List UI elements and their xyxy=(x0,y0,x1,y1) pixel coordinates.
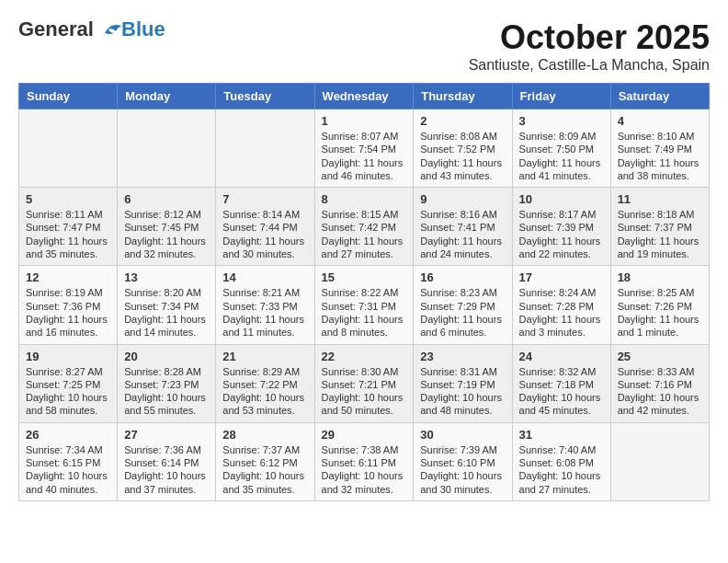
day-number: 18 xyxy=(618,270,702,284)
day-info: Sunrise: 8:17 AM xyxy=(519,208,604,221)
day-info: Daylight: 11 hours xyxy=(26,313,110,326)
day-number: 31 xyxy=(519,428,604,442)
day-info: Sunrise: 8:27 AM xyxy=(26,365,110,378)
day-info: and 43 minutes. xyxy=(420,169,505,182)
day-info: Daylight: 11 hours xyxy=(26,235,110,247)
calendar-week-5: 26Sunrise: 7:34 AMSunset: 6:15 PMDayligh… xyxy=(19,422,710,500)
day-number: 25 xyxy=(618,350,702,363)
day-info: Daylight: 11 hours xyxy=(322,156,407,169)
day-info: Daylight: 10 hours xyxy=(322,391,407,404)
day-number: 5 xyxy=(26,192,110,206)
day-info: Sunset: 7:19 PM xyxy=(420,378,505,391)
day-info: Daylight: 10 hours xyxy=(26,391,110,404)
day-info: Sunset: 7:18 PM xyxy=(519,378,604,391)
logo: General Blue xyxy=(18,18,165,40)
calendar-cell-5: 5Sunrise: 8:11 AMSunset: 7:47 PMDaylight… xyxy=(19,188,118,266)
day-info: Sunrise: 8:16 AM xyxy=(420,208,505,221)
day-number: 28 xyxy=(222,428,307,442)
calendar-header-wednesday: Wednesday xyxy=(314,84,414,109)
calendar-cell-15: 15Sunrise: 8:22 AMSunset: 7:31 PMDayligh… xyxy=(314,266,414,344)
day-info: Sunset: 7:42 PM xyxy=(322,221,407,234)
day-info: Sunset: 7:28 PM xyxy=(519,300,604,313)
calendar-cell-18: 18Sunrise: 8:25 AMSunset: 7:26 PMDayligh… xyxy=(610,266,709,344)
day-info: Daylight: 11 hours xyxy=(519,313,604,326)
calendar-cell-9: 9Sunrise: 8:16 AMSunset: 7:41 PMDaylight… xyxy=(414,188,512,266)
day-info: and 53 minutes. xyxy=(222,404,307,417)
calendar-cell-25: 25Sunrise: 8:33 AMSunset: 7:16 PMDayligh… xyxy=(610,344,709,422)
day-info: and 50 minutes. xyxy=(322,404,407,417)
day-info: Sunset: 7:23 PM xyxy=(124,378,209,391)
calendar-cell-8: 8Sunrise: 8:15 AMSunset: 7:42 PMDaylight… xyxy=(314,188,414,266)
day-info: Sunset: 7:26 PM xyxy=(618,300,702,313)
day-number: 14 xyxy=(222,270,307,284)
day-info: and 45 minutes. xyxy=(519,404,604,417)
day-info: Sunrise: 7:37 AM xyxy=(222,443,307,456)
day-number: 19 xyxy=(26,350,110,363)
day-info: Daylight: 11 hours xyxy=(124,235,209,247)
day-info: and 41 minutes. xyxy=(519,169,604,182)
calendar-table: SundayMondayTuesdayWednesdayThursdayFrid… xyxy=(18,83,710,501)
day-info: Daylight: 11 hours xyxy=(618,313,702,326)
day-number: 11 xyxy=(618,192,702,206)
day-info: Sunrise: 8:33 AM xyxy=(618,365,702,378)
location-subtitle: Santiuste, Castille-La Mancha, Spain xyxy=(469,57,710,74)
day-info: Sunset: 7:50 PM xyxy=(519,143,604,155)
day-info: and 38 minutes. xyxy=(618,169,702,182)
day-info: and 14 minutes. xyxy=(124,326,209,339)
day-info: Sunrise: 7:38 AM xyxy=(322,443,407,456)
day-info: and 55 minutes. xyxy=(124,404,209,417)
day-info: Daylight: 11 hours xyxy=(618,235,702,247)
calendar-week-2: 5Sunrise: 8:11 AMSunset: 7:47 PMDaylight… xyxy=(19,188,710,266)
day-info: and 11 minutes. xyxy=(222,326,307,339)
calendar-cell-27: 27Sunrise: 7:36 AMSunset: 6:14 PMDayligh… xyxy=(118,422,216,500)
day-info: Sunset: 6:11 PM xyxy=(322,456,407,469)
day-number: 13 xyxy=(124,270,209,284)
day-info: Sunrise: 7:39 AM xyxy=(420,443,505,456)
day-info: and 48 minutes. xyxy=(420,404,505,417)
calendar-header-tuesday: Tuesday xyxy=(216,84,314,109)
day-number: 22 xyxy=(322,350,407,363)
day-info: Sunrise: 7:36 AM xyxy=(124,443,209,456)
calendar-cell-10: 10Sunrise: 8:17 AMSunset: 7:39 PMDayligh… xyxy=(512,188,610,266)
day-info: Daylight: 11 hours xyxy=(519,235,604,247)
calendar-cell-24: 24Sunrise: 8:32 AMSunset: 7:18 PMDayligh… xyxy=(512,344,610,422)
calendar-header-row: SundayMondayTuesdayWednesdayThursdayFrid… xyxy=(19,84,710,109)
day-info: Sunset: 7:33 PM xyxy=(222,300,307,313)
day-info: Sunset: 7:52 PM xyxy=(420,143,505,155)
day-info: Sunrise: 8:10 AM xyxy=(618,130,702,143)
page-header: General Blue October 2025 Santiuste, Cas… xyxy=(18,18,710,74)
day-info: Sunset: 7:36 PM xyxy=(26,300,110,313)
day-info: Sunset: 7:25 PM xyxy=(26,378,110,391)
day-info: Sunset: 7:21 PM xyxy=(322,378,407,391)
day-info: Sunrise: 8:29 AM xyxy=(222,365,307,378)
day-number: 21 xyxy=(222,350,307,363)
day-info: Sunset: 7:45 PM xyxy=(124,221,209,234)
day-number: 8 xyxy=(322,192,407,206)
calendar-cell-19: 19Sunrise: 8:27 AMSunset: 7:25 PMDayligh… xyxy=(19,344,118,422)
day-info: and 1 minute. xyxy=(618,326,702,339)
calendar-cell-3: 3Sunrise: 8:09 AMSunset: 7:50 PMDaylight… xyxy=(512,109,610,188)
day-info: Sunset: 6:14 PM xyxy=(124,456,209,469)
day-info: Sunrise: 8:32 AM xyxy=(519,365,604,378)
day-info: Sunset: 6:12 PM xyxy=(222,456,307,469)
day-info: Sunrise: 8:20 AM xyxy=(124,286,209,299)
calendar-cell-20: 20Sunrise: 8:28 AMSunset: 7:23 PMDayligh… xyxy=(118,344,216,422)
day-info: and 30 minutes. xyxy=(420,483,505,496)
day-info: Daylight: 11 hours xyxy=(322,313,407,326)
day-info: Sunset: 7:47 PM xyxy=(26,221,110,234)
day-info: and 27 minutes. xyxy=(322,247,407,260)
day-info: Sunset: 7:37 PM xyxy=(618,221,702,234)
day-info: and 35 minutes. xyxy=(222,483,307,496)
day-number: 1 xyxy=(322,114,407,128)
calendar-cell-16: 16Sunrise: 8:23 AMSunset: 7:29 PMDayligh… xyxy=(414,266,512,344)
day-info: and 32 minutes. xyxy=(322,483,407,496)
calendar-header-monday: Monday xyxy=(118,84,216,109)
day-info: Sunrise: 8:23 AM xyxy=(420,286,505,299)
day-info: and 46 minutes. xyxy=(322,169,407,182)
day-info: and 35 minutes. xyxy=(26,247,110,260)
day-info: and 3 minutes. xyxy=(519,326,604,339)
logo-blue: Blue xyxy=(121,17,165,40)
calendar-cell-6: 6Sunrise: 8:12 AMSunset: 7:45 PMDaylight… xyxy=(118,188,216,266)
calendar-cell-1: 1Sunrise: 8:07 AMSunset: 7:54 PMDaylight… xyxy=(314,109,414,188)
day-info: Sunset: 7:44 PM xyxy=(222,221,307,234)
